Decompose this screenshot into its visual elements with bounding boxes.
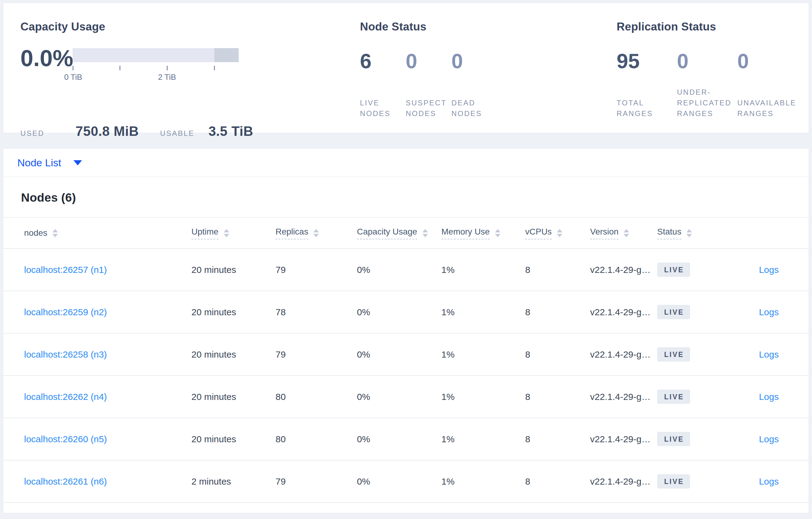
axis-tick-label: 0 TiB bbox=[64, 72, 82, 82]
replication-status-section: Replication Status 95 TOTAL RANGES 0 UND… bbox=[617, 20, 812, 119]
capacity-cell: 0% bbox=[357, 265, 441, 275]
axis-tick-label: 2 TiB bbox=[158, 72, 176, 82]
usable-value: 3.5 TiB bbox=[208, 124, 253, 139]
unavailable-ranges-label: UNAVAILABLE RANGES bbox=[737, 97, 798, 119]
capacity-cell: 0% bbox=[357, 434, 441, 445]
cluster-summary-panel: Capacity Usage 0.0% 0 TiB 2 TiB USED 750… bbox=[3, 3, 809, 133]
live-nodes-stat: 6 LIVE NODES bbox=[360, 49, 406, 119]
uptime-cell: 20 minutes bbox=[192, 265, 276, 275]
total-ranges-stat: 95 TOTAL RANGES bbox=[617, 49, 677, 119]
suspect-nodes-label: SUSPECT NODES bbox=[406, 97, 452, 119]
dead-nodes-stat: 0 DEAD NODES bbox=[452, 49, 497, 119]
nodes-table-title: Nodes (6) bbox=[3, 177, 809, 204]
used-value: 750.8 MiB bbox=[76, 124, 139, 139]
sort-icon bbox=[557, 229, 562, 237]
nodes-table: nodes Uptime Replicas Capacity Usage Mem… bbox=[3, 217, 809, 503]
dead-nodes-label: DEAD NODES bbox=[452, 97, 497, 119]
logs-link[interactable]: Logs bbox=[759, 476, 779, 486]
node-link[interactable]: localhost:26260 (n5) bbox=[24, 434, 107, 444]
capacity-cell: 0% bbox=[357, 307, 441, 317]
logs-link[interactable]: Logs bbox=[759, 265, 779, 275]
capacity-usage-section: Capacity Usage 0.0% 0 TiB 2 TiB USED 750… bbox=[21, 20, 258, 115]
vcpus-cell: 8 bbox=[525, 265, 590, 275]
column-header-memory-use[interactable]: Memory Use bbox=[441, 227, 525, 239]
capacity-cell: 0% bbox=[357, 349, 441, 360]
node-list-dropdown-label: Node List bbox=[18, 157, 61, 169]
replicas-cell: 79 bbox=[276, 265, 357, 275]
memory-cell: 1% bbox=[441, 307, 525, 317]
column-header-replicas[interactable]: Replicas bbox=[276, 227, 357, 239]
status-badge: LIVE bbox=[657, 347, 690, 362]
status-badge: LIVE bbox=[657, 305, 690, 319]
column-header-uptime[interactable]: Uptime bbox=[192, 227, 276, 239]
memory-cell: 1% bbox=[441, 265, 525, 275]
version-cell: v22.1.4-29-g… bbox=[590, 392, 657, 402]
logs-link[interactable]: Logs bbox=[759, 392, 779, 402]
status-badge: LIVE bbox=[657, 474, 690, 489]
capacity-bar-dark-segment bbox=[214, 48, 239, 62]
axis-tick bbox=[72, 66, 74, 70]
version-cell: v22.1.4-29-g… bbox=[590, 476, 657, 487]
column-header-status[interactable]: Status bbox=[657, 227, 730, 239]
status-badge: LIVE bbox=[657, 390, 690, 404]
node-list-dropdown[interactable]: Node List bbox=[18, 157, 82, 169]
version-cell: v22.1.4-29-g… bbox=[590, 265, 657, 275]
logs-link[interactable]: Logs bbox=[759, 434, 779, 444]
usable-label: USABLE bbox=[160, 129, 195, 138]
column-header-capacity-usage[interactable]: Capacity Usage bbox=[357, 227, 441, 239]
node-link[interactable]: localhost:26261 (n6) bbox=[24, 476, 107, 486]
node-link[interactable]: localhost:26262 (n4) bbox=[24, 392, 107, 402]
dead-nodes-value: 0 bbox=[452, 49, 497, 72]
under-replicated-ranges-stat: 0 UNDER-REPLICATED RANGES bbox=[677, 49, 737, 119]
capacity-cell: 0% bbox=[357, 476, 441, 487]
status-badge: LIVE bbox=[657, 263, 690, 277]
sort-icon bbox=[495, 229, 500, 237]
vcpus-cell: 8 bbox=[525, 476, 590, 487]
replicas-cell: 79 bbox=[276, 476, 357, 487]
logs-link[interactable]: Logs bbox=[759, 349, 779, 359]
logs-link[interactable]: Logs bbox=[759, 307, 779, 317]
vcpus-cell: 8 bbox=[525, 434, 590, 445]
memory-cell: 1% bbox=[441, 476, 525, 487]
capacity-usage-title: Capacity Usage bbox=[21, 20, 258, 33]
suspect-nodes-value: 0 bbox=[406, 49, 452, 72]
capacity-bar-chart: 0 TiB 2 TiB bbox=[72, 48, 239, 115]
axis-tick bbox=[119, 66, 120, 70]
sort-icon bbox=[624, 229, 629, 237]
table-row: localhost:26262 (n4) 20 minutes 80 0% 1%… bbox=[3, 376, 809, 418]
unavailable-ranges-value: 0 bbox=[737, 49, 798, 72]
table-header-row: nodes Uptime Replicas Capacity Usage Mem… bbox=[3, 217, 809, 249]
version-cell: v22.1.4-29-g… bbox=[590, 349, 657, 360]
used-label: USED bbox=[21, 129, 45, 138]
suspect-nodes-stat: 0 SUSPECT NODES bbox=[406, 49, 452, 119]
vcpus-cell: 8 bbox=[525, 392, 590, 402]
table-row: localhost:26260 (n5) 20 minutes 80 0% 1%… bbox=[3, 418, 809, 460]
replicas-cell: 79 bbox=[276, 349, 357, 360]
live-nodes-value: 6 bbox=[360, 49, 406, 72]
axis-tick bbox=[214, 66, 215, 70]
uptime-cell: 20 minutes bbox=[192, 434, 276, 445]
column-header-vcpus[interactable]: vCPUs bbox=[525, 227, 590, 239]
node-status-section: Node Status 6 LIVE NODES 0 SUSPECT NODES… bbox=[360, 20, 573, 119]
node-link[interactable]: localhost:26259 (n2) bbox=[24, 307, 107, 317]
version-cell: v22.1.4-29-g… bbox=[590, 434, 657, 445]
capacity-cell: 0% bbox=[357, 392, 441, 402]
sort-icon bbox=[687, 229, 692, 237]
nodes-table-card: Nodes (6) nodes Uptime Replicas Capacity… bbox=[3, 177, 809, 513]
replication-status-title: Replication Status bbox=[617, 20, 812, 33]
node-link[interactable]: localhost:26258 (n3) bbox=[24, 349, 107, 359]
table-row: localhost:26258 (n3) 20 minutes 79 0% 1%… bbox=[3, 334, 809, 376]
node-link[interactable]: localhost:26257 (n1) bbox=[24, 265, 107, 275]
under-replicated-ranges-value: 0 bbox=[677, 49, 737, 72]
uptime-cell: 2 minutes bbox=[192, 476, 276, 487]
sort-icon bbox=[313, 229, 319, 237]
sort-icon bbox=[224, 229, 229, 237]
capacity-bar bbox=[72, 48, 239, 62]
memory-cell: 1% bbox=[441, 349, 525, 360]
column-header-version[interactable]: Version bbox=[590, 227, 657, 239]
column-header-nodes[interactable]: nodes bbox=[24, 228, 192, 238]
axis-tick bbox=[167, 66, 168, 70]
total-ranges-value: 95 bbox=[617, 49, 677, 72]
view-selector-bar: Node List bbox=[3, 148, 809, 177]
total-ranges-label: TOTAL RANGES bbox=[617, 97, 677, 119]
